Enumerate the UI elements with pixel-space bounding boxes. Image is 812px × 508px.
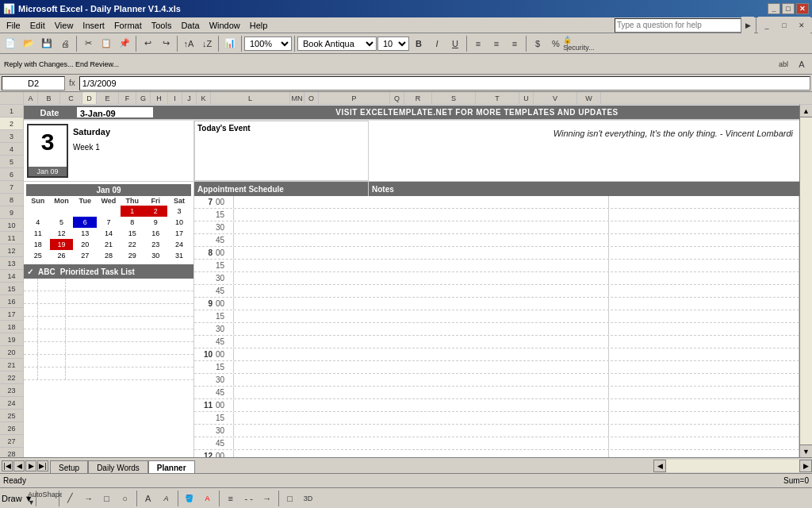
task-priority-7[interactable] [38, 355, 66, 367]
drawing-button[interactable]: abl [775, 56, 792, 73]
col-header-d[interactable]: D [82, 92, 97, 104]
notes-11-45[interactable] [609, 437, 799, 449]
cal-day[interactable] [97, 206, 121, 217]
menu-insert[interactable]: Insert [78, 17, 109, 33]
fontsize-select[interactable]: 10 [377, 37, 409, 51]
appt-entry-10-30[interactable] [234, 374, 609, 386]
sort-desc-button[interactable]: ↓Z [198, 35, 216, 52]
col-header-g[interactable]: G [136, 92, 151, 104]
open-button[interactable]: 📂 [20, 35, 37, 52]
appt-entry-8-15[interactable] [234, 260, 609, 271]
align-center-button[interactable]: ≡ [488, 35, 505, 52]
notes-10-15[interactable] [609, 361, 799, 373]
tab-last-button[interactable]: ▶| [37, 460, 48, 471]
col-header-k[interactable]: K [197, 92, 211, 104]
row-24[interactable]: 24 [0, 397, 23, 410]
textbox-draw-tool[interactable]: A [140, 490, 157, 507]
appt-entry-9-45[interactable] [234, 336, 609, 348]
row-15[interactable]: 15 [0, 283, 23, 295]
appt-entry-9-30[interactable] [234, 323, 609, 335]
save-button[interactable]: 💾 [38, 35, 56, 52]
cal-day-3[interactable]: 3 [167, 206, 191, 217]
task-desc-4[interactable] [66, 317, 193, 329]
cal-day-2[interactable]: 2 [144, 206, 168, 217]
appt-entry-12-00[interactable] [234, 450, 609, 457]
row-21[interactable]: 21 [0, 359, 23, 371]
task-priority-6[interactable] [38, 342, 66, 354]
print-button[interactable]: 🖨 [56, 35, 74, 52]
cal-day-26[interactable]: 26 [50, 250, 74, 261]
row-16[interactable]: 16 [0, 295, 23, 308]
cal-day-15[interactable]: 15 [121, 228, 144, 239]
task-desc-3[interactable] [66, 304, 193, 316]
cal-day-23[interactable]: 23 [144, 239, 168, 250]
chart-button[interactable]: 📊 [221, 35, 239, 52]
appt-entry-7-45[interactable] [234, 234, 609, 246]
task-desc-5[interactable] [66, 329, 193, 341]
appt-entry-8-45[interactable] [234, 285, 609, 297]
col-header-mn[interactable]: MN [290, 92, 304, 104]
notes-10-45[interactable] [609, 387, 799, 398]
row-18[interactable]: 18 [0, 321, 23, 333]
cal-day[interactable] [26, 206, 50, 217]
cal-day-29[interactable]: 29 [121, 250, 144, 261]
row-20[interactable]: 20 [0, 346, 23, 359]
row-17[interactable]: 17 [0, 308, 23, 321]
menu-data[interactable]: Data [176, 17, 204, 33]
cal-day-16[interactable]: 16 [144, 228, 168, 239]
task-priority-5[interactable] [38, 329, 66, 341]
currency-button[interactable]: $ [529, 35, 546, 52]
cal-day-9[interactable]: 9 [144, 217, 168, 228]
row-13[interactable]: 13 [0, 257, 23, 270]
notes-8-30[interactable] [609, 272, 799, 284]
appt-entry-9-00[interactable] [234, 298, 609, 310]
vertical-scrollbar[interactable]: ▲ ▼ [799, 105, 812, 457]
row-7[interactable]: 7 [0, 181, 23, 194]
help-search-button[interactable]: ▶ [741, 17, 754, 34]
row-8[interactable]: 8 [0, 194, 23, 206]
cal-day-27[interactable]: 27 [73, 250, 97, 261]
appt-entry-11-45[interactable] [234, 437, 609, 449]
cal-day-1[interactable]: 1 [121, 206, 144, 217]
appt-entry-10-00[interactable] [234, 348, 609, 360]
appt-entry-10-15[interactable] [234, 361, 609, 373]
task-check-6[interactable] [24, 342, 38, 354]
tab-setup[interactable]: Setup [50, 460, 88, 474]
row-23[interactable]: 23 [0, 384, 23, 397]
menu-file[interactable]: File [2, 17, 25, 33]
task-desc-7[interactable] [66, 355, 193, 367]
cal-day-17[interactable]: 17 [167, 228, 191, 239]
undo-button[interactable]: ↩ [139, 35, 156, 52]
close-button[interactable]: ✕ [796, 3, 809, 14]
3d-button[interactable]: 3D [300, 490, 317, 507]
task-check-5[interactable] [24, 329, 38, 341]
row-14[interactable]: 14 [0, 270, 23, 283]
cal-day-7[interactable]: 7 [97, 217, 121, 228]
tab-planner[interactable]: Planner [148, 460, 195, 474]
appt-entry-11-00[interactable] [234, 399, 609, 411]
notes-10-30[interactable] [609, 374, 799, 386]
task-check-7[interactable] [24, 355, 38, 367]
scroll-track[interactable] [800, 117, 812, 444]
line-style-button[interactable]: ≡ [222, 490, 239, 507]
toolbar-restore-button[interactable]: □ [776, 17, 793, 34]
help-search-input[interactable] [615, 18, 741, 33]
col-header-w[interactable]: W [577, 92, 601, 104]
notes-11-15[interactable] [609, 412, 799, 424]
appt-entry-11-15[interactable] [234, 412, 609, 424]
wordart-tool[interactable]: A [158, 490, 175, 507]
h-scroll-left-button[interactable]: ◀ [653, 460, 666, 472]
task-priority-8[interactable] [38, 368, 66, 379]
cal-day-14[interactable]: 14 [97, 228, 121, 239]
row-5[interactable]: 5 [0, 156, 23, 168]
col-header-u[interactable]: U [519, 92, 534, 104]
task-check-8[interactable] [24, 368, 38, 379]
menu-window[interactable]: Window [205, 17, 245, 33]
minimize-button[interactable]: _ [768, 3, 780, 14]
col-header-f[interactable]: F [119, 92, 136, 104]
row-6[interactable]: 6 [0, 168, 23, 181]
row-12[interactable]: 12 [0, 244, 23, 257]
bold-button[interactable]: B [410, 35, 427, 52]
appt-entry-7-00[interactable] [234, 196, 609, 208]
cal-day-10[interactable]: 10 [167, 217, 191, 228]
